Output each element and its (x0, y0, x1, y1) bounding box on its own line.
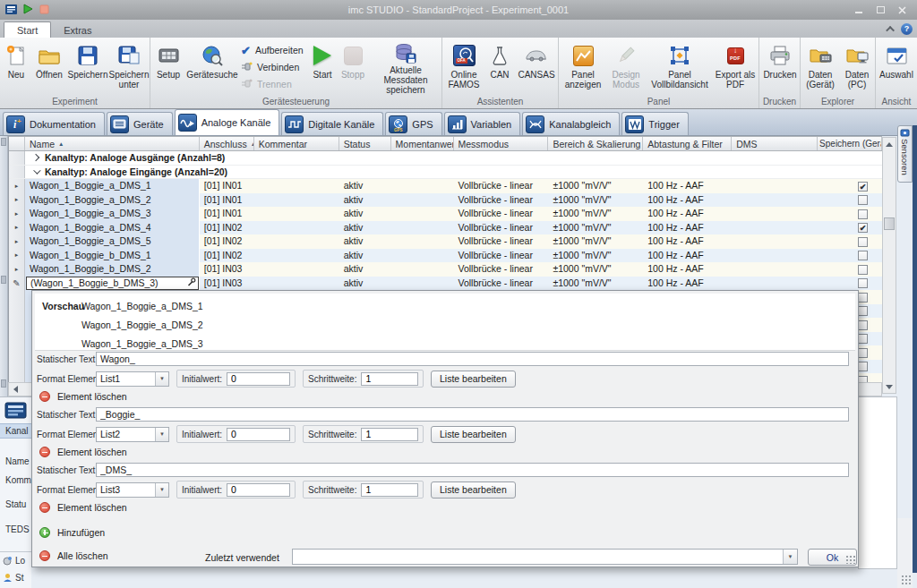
initialwert-input[interactable] (227, 372, 290, 386)
cell-kommentar[interactable] (254, 234, 339, 249)
cell-kommentar[interactable] (254, 277, 339, 291)
save-device-checkbox[interactable] (858, 348, 868, 358)
chevron-down-icon[interactable]: ▼ (155, 483, 168, 497)
chevron-down-icon[interactable]: ▼ (155, 428, 168, 441)
table-row[interactable]: ▸ Wagon_1_Boggie_a_DMS_3 [01] IN01 aktiv… (9, 207, 882, 221)
design-mode-button[interactable]: Design Modus (606, 39, 646, 95)
tab-analoge-kanaele[interactable]: Analoge Kanäle (175, 109, 280, 135)
cell-momentanwert[interactable] (391, 249, 454, 263)
name-wizard-wrench-icon[interactable] (186, 277, 196, 289)
device-search-button[interactable]: Gerätesuche (185, 39, 239, 95)
expander-expanded-icon[interactable] (33, 166, 40, 174)
save-device-checkbox[interactable] (858, 376, 868, 382)
connect-button[interactable]: Verbinden (241, 60, 305, 74)
cell-abtastung[interactable]: 100 Hz - AAF (643, 179, 732, 193)
cell-status[interactable]: aktiv (339, 179, 391, 193)
ribbon-tab-extras[interactable]: Extras (51, 22, 104, 38)
cell-dms[interactable] (732, 234, 818, 249)
save-device-checkbox[interactable] (858, 320, 868, 330)
quick-start-icon[interactable] (23, 4, 33, 16)
table-row[interactable]: ▸ Wagon_1_Boggie_a_DMS_5 [01] IN02 aktiv… (9, 234, 882, 249)
row-selector[interactable]: ▸ (9, 221, 25, 235)
cell-messmodus[interactable]: Vollbrücke - linear (453, 179, 548, 193)
recently-used-select[interactable]: ▼ (292, 549, 798, 565)
show-panel-button[interactable]: Panel anzeigen (560, 39, 606, 95)
cell-bereich[interactable]: ±1000 "mV/V" (548, 249, 643, 263)
maximize-button[interactable] (874, 4, 887, 15)
save-device-checkbox[interactable] (858, 209, 868, 219)
header-kommentar[interactable]: Kommentar (254, 137, 339, 150)
cell-abtastung[interactable]: 100 Hz - AAF (643, 221, 732, 235)
header-anschluss[interactable]: Anschluss▲ (200, 137, 254, 150)
data-device-button[interactable]: Daten (Gerät) (801, 39, 839, 95)
cell-anschluss[interactable]: [01] IN01 (200, 179, 254, 193)
open-button[interactable]: Öffnen (31, 39, 67, 95)
chevron-down-icon[interactable]: ▼ (783, 550, 797, 564)
cell-anschluss[interactable]: [01] IN02 (200, 221, 254, 235)
cell-messmodus[interactable]: Vollbrücke - linear (453, 207, 548, 221)
format-element-select[interactable]: List3 ▼ (96, 482, 169, 498)
can-button[interactable]: CAN (484, 39, 515, 95)
chevron-down-icon[interactable]: ▼ (155, 372, 168, 386)
collapsed-panel-strip[interactable] (0, 136, 8, 396)
save-device-checkbox[interactable] (858, 251, 868, 260)
cell-status[interactable]: aktiv (339, 234, 391, 249)
schrittweite-input[interactable] (361, 483, 418, 497)
online-famos-button[interactable]: OFA Online FAMOS (443, 39, 484, 95)
delete-all-button[interactable]: Alle löschen (39, 550, 108, 561)
edit-list-button[interactable]: Liste bearbeiten (431, 371, 516, 388)
cell-status[interactable]: aktiv (339, 221, 391, 235)
cell-status[interactable]: aktiv (339, 193, 391, 208)
cell-status[interactable]: aktiv (339, 277, 391, 291)
cell-momentanwert[interactable] (391, 277, 454, 291)
save-device-checkbox[interactable] (858, 278, 868, 288)
cell-anschluss[interactable]: [01] IN01 (200, 207, 254, 221)
help-icon[interactable]: ? (901, 23, 913, 35)
header-bereich-skalierung[interactable]: Bereich & Skalierung (548, 137, 643, 150)
save-device-checkbox[interactable]: ✔ (858, 182, 868, 192)
tab-gps[interactable]: GPS GPS (385, 112, 441, 135)
header-abtastung-filter[interactable]: Abtastung & Filter (643, 137, 732, 150)
cell-momentanwert[interactable] (391, 179, 454, 193)
save-device-checkbox[interactable] (858, 195, 868, 205)
table-row[interactable]: ▸ Wagon_1_Boggie_b_DMS_2 [01] IN03 aktiv… (9, 262, 882, 277)
save-device-checkbox[interactable] (858, 306, 868, 316)
cell-kommentar[interactable] (254, 221, 339, 235)
save-device-checkbox[interactable]: ✔ (858, 223, 868, 233)
splitter-handle-icon[interactable] (1, 138, 6, 146)
cell-kommentar[interactable] (254, 179, 339, 193)
tab-dokumentation[interactable]: i+ Dokumentation (3, 112, 105, 135)
header-dms[interactable]: DMS (732, 137, 818, 150)
cell-name[interactable]: Wagon_1_Boggie_a_DMS_4 (25, 221, 200, 235)
cell-bereich[interactable]: ±1000 "mV/V" (548, 193, 643, 208)
row-selector[interactable] (9, 166, 25, 179)
resize-grip[interactable] (845, 555, 855, 564)
splitter-handle-icon[interactable] (1, 379, 6, 388)
cell-kommentar[interactable] (254, 193, 339, 208)
data-pc-button[interactable]: Daten (PC) (839, 39, 875, 95)
delete-element-button[interactable]: Element löschen (39, 501, 127, 514)
cell-anschluss[interactable]: [01] IN03 (200, 262, 254, 277)
collapse-ribbon-icon[interactable] (886, 26, 895, 35)
cell-name[interactable]: Wagon_1_Boggie_a_DMS_2 (25, 193, 200, 208)
print-button[interactable]: Drucken (760, 39, 800, 95)
initialwert-input[interactable] (227, 428, 290, 441)
start-button[interactable]: Start (307, 39, 338, 95)
save-device-checkbox[interactable] (858, 293, 868, 303)
row-selector[interactable]: ▸ (9, 179, 25, 193)
save-measurement-data-button[interactable]: Aktuelle Messdaten speichern (368, 39, 443, 95)
cell-anschluss[interactable]: [01] IN02 (200, 234, 254, 249)
table-row[interactable]: ▸ Wagon_1_Boggie_a_DMS_2 [01] IN01 aktiv… (9, 193, 882, 208)
save-device-checkbox[interactable] (858, 265, 868, 275)
cell-abtastung[interactable]: 100 Hz - AAF (643, 277, 732, 291)
edit-list-button[interactable]: Liste bearbeiten (431, 481, 516, 499)
static-text-input[interactable] (96, 463, 849, 477)
cell-dms[interactable] (732, 207, 818, 221)
row-selector-edit[interactable]: ✎ (9, 277, 25, 291)
panel-fullscreen-button[interactable]: Panel Vollbildansicht (646, 39, 714, 95)
static-text-input[interactable] (96, 352, 849, 366)
save-device-checkbox[interactable] (858, 237, 868, 247)
cell-messmodus[interactable]: Vollbrücke - linear (453, 249, 548, 263)
tab-trigger[interactable]: Trigger (621, 112, 688, 135)
stop-button[interactable]: Stopp (338, 39, 368, 95)
